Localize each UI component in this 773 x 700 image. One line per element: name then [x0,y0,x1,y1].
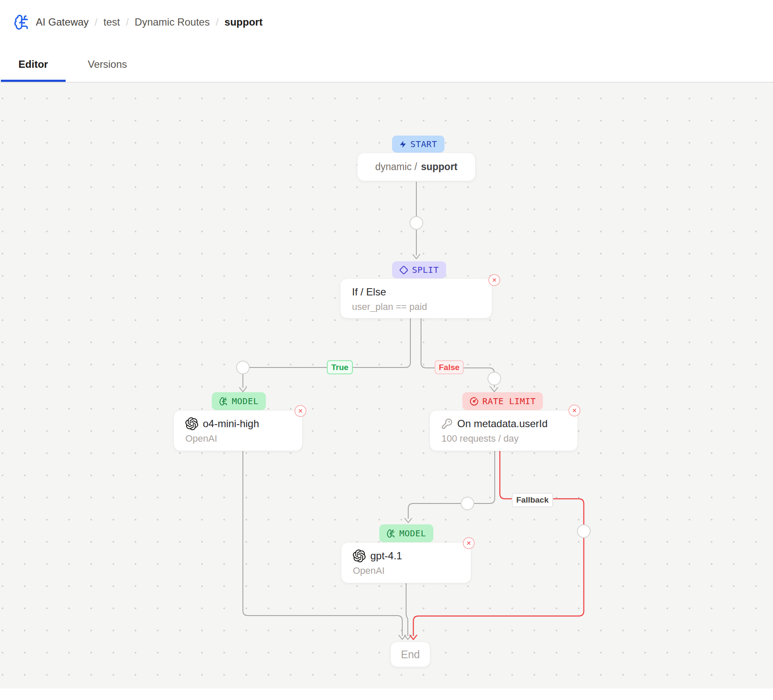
rate-limit-card[interactable]: On metadata.userId 100 requests / day [430,410,578,451]
split-badge: SPLIT [392,261,446,278]
close-icon: ✕ [492,277,497,283]
tab-editor[interactable]: Editor [0,47,66,82]
rate-limit-title: On metadata.userId [457,417,548,430]
rate-limit-badge-label: RATE LIMIT [482,396,536,406]
openai-logo-icon [185,417,198,430]
tab-versions[interactable]: Versions [81,47,134,82]
delete-node-button[interactable]: ✕ [488,274,500,286]
brain-circuit-icon [14,14,30,30]
breadcrumb-item-dynamic-routes[interactable]: Dynamic Routes [135,16,210,28]
start-badge-label: START [410,139,437,149]
close-icon: ✕ [466,540,471,546]
split-badge-label: SPLIT [412,265,439,275]
diamond-icon [399,266,408,275]
edge-handle[interactable] [577,525,590,538]
breadcrumb: AI Gateway / test / Dynamic Routes / sup… [14,13,262,32]
route-name: support [421,161,458,173]
delete-node-button[interactable]: ✕ [294,405,306,417]
model-badge-label: MODEL [232,396,259,406]
tab-versions-label: Versions [88,58,127,70]
model-provider: OpenAI [353,565,471,577]
model-badge-label: MODEL [399,528,426,538]
edge-handle[interactable] [488,372,501,385]
breadcrumb-separator: / [126,16,129,28]
openai-logo-icon [353,550,366,562]
brain-circuit-icon [219,397,228,406]
split-condition: user_plan == paid [352,301,492,313]
header: AI Gateway / test / Dynamic Routes / sup… [0,0,773,84]
node-end[interactable]: End [390,642,430,667]
breadcrumb-current: support [225,16,262,28]
rate-limit-value: 100 requests / day [441,433,577,445]
start-badge: START [392,136,444,153]
breadcrumb-separator: / [216,16,219,28]
model-true-card[interactable]: o4-mini-high OpenAI [173,410,303,451]
gauge-icon [470,397,479,406]
breadcrumb-separator: / [95,16,98,28]
edge-label-false: False [435,360,464,374]
key-icon [441,418,453,429]
close-icon: ✕ [298,408,303,414]
brain-circuit-icon [386,529,395,538]
delete-node-button[interactable]: ✕ [463,537,475,549]
model-badge: MODEL [212,392,266,410]
zap-icon [399,141,407,148]
delete-node-button[interactable]: ✕ [568,405,580,417]
edge-label-fallback: Fallback [512,493,553,507]
split-title: If / Else [352,285,492,298]
breadcrumb-app[interactable]: AI Gateway [36,16,89,28]
tab-editor-label: Editor [18,58,48,70]
route-prefix: dynamic / [375,161,417,173]
model-provider: OpenAI [185,433,302,445]
tab-bar: Editor Versions [0,47,134,84]
close-icon: ✕ [572,408,577,414]
edge-handle[interactable] [410,217,423,229]
split-card[interactable]: If / Else user_plan == paid [340,278,492,318]
bottom-strip [0,688,773,700]
model-name: gpt-4.1 [370,549,402,562]
rate-limit-badge: RATE LIMIT [462,392,543,410]
edge-handle[interactable] [461,497,474,510]
edge-handle[interactable] [237,361,249,374]
end-label: End [401,648,420,661]
model-fallback-card[interactable]: gpt-4.1 OpenAI [341,542,471,583]
model-badge: MODEL [379,524,433,542]
model-name: o4-mini-high [203,417,259,430]
breadcrumb-item-test[interactable]: test [104,16,120,28]
start-card[interactable]: dynamic / support [357,153,476,181]
edge-label-true: True [327,360,353,374]
